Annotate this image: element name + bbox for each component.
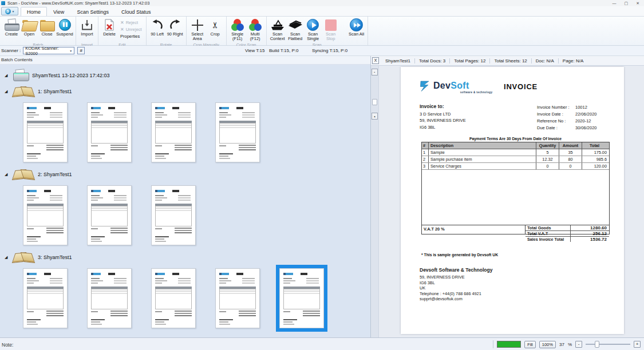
thumbnail-preview — [152, 269, 195, 328]
progress-bar — [497, 341, 521, 348]
reject-button[interactable]: ✕ Reject — [118, 19, 144, 26]
scanner-label: Scanner : — [1, 48, 21, 53]
ribbon-group-batch: Create Open Close Suspend Batch — [1, 17, 76, 45]
info-total-pages: Total Pages: 12 — [450, 58, 490, 63]
page-thumbnail[interactable] — [23, 268, 68, 328]
stop-icon — [325, 19, 337, 31]
thumbnail-preview — [88, 269, 131, 328]
slider-knob[interactable] — [595, 341, 599, 348]
scroll-down-button[interactable]: ▴ — [372, 113, 378, 120]
pause-icon — [59, 19, 71, 31]
syncing-status: Syncing T:15, P:0 — [312, 48, 347, 53]
rotate-right-button[interactable]: 90 Right — [167, 18, 184, 43]
page-thumbnail[interactable] — [87, 102, 132, 162]
color-scan-multi-button[interactable]: Multi (F12) — [247, 18, 264, 43]
crop-button[interactable]: ✂ Crop — [207, 18, 224, 43]
doc-group-node[interactable]: ◢ 2: ShyamTest1 — [5, 168, 370, 181]
close-preview-button[interactable]: X — [372, 57, 379, 64]
ribbon: Create Open Close Suspend Batch — [0, 17, 644, 46]
scan-flatbed-button[interactable]: Scan Flatbed — [287, 18, 304, 43]
page-thumbnail[interactable] — [23, 102, 68, 162]
color-scan-single-button[interactable]: Single (F11) — [229, 18, 246, 43]
preview-area[interactable]: DevSoft software & technology INVOICE In… — [379, 66, 644, 337]
import-button[interactable]: Import — [78, 18, 96, 43]
tab-scan-settings[interactable]: Scan Settings — [70, 7, 115, 16]
scan-context-button[interactable]: Scan Context — [269, 18, 286, 43]
scrollbar-thumb[interactable] — [372, 99, 377, 105]
preview-info-bar: X ShyamTest1 Total Docs: 3 Total Pages: … — [371, 56, 644, 66]
document-scanner-icon — [270, 19, 285, 31]
expander-icon[interactable]: ◢ — [5, 255, 9, 260]
batch-root-node[interactable]: ◢ ShyamTest1 13-12-2023 17:42:03 — [5, 69, 370, 82]
open-button[interactable]: Open — [21, 18, 38, 43]
delete-button[interactable]: Delete — [101, 18, 118, 43]
app-icon — [1, 1, 5, 5]
doc-group-node[interactable]: ◢ 3: ShyamTest1 — [5, 251, 370, 264]
expander-icon[interactable]: ◢ — [5, 172, 9, 177]
view-status: View T:15 — [245, 48, 264, 53]
import-icon — [80, 19, 94, 31]
thumbnail-preview — [152, 186, 195, 245]
zoom-slider[interactable] — [586, 340, 630, 348]
batch-contents-panel: Batch Contents ◢ ShyamTest1 13-12-2023 1… — [0, 56, 371, 337]
scroll-up-button[interactable]: ▪ — [372, 69, 378, 75]
unreject-button[interactable]: ✕ Unreject — [118, 26, 144, 33]
page-thumbnail[interactable] — [151, 185, 196, 245]
ribbon-group-import: Import Import — [76, 17, 98, 45]
doc-group-node[interactable]: ◢ 1: ShyamTest1 — [5, 85, 370, 98]
document-book-icon — [12, 168, 35, 181]
app-menu-button[interactable]: S ▼ — [1, 7, 18, 15]
suspend-button[interactable]: Suspend — [56, 18, 73, 43]
tab-cloud-status[interactable]: Cloud Status — [115, 7, 157, 16]
close-batch-button[interactable]: Close — [38, 18, 56, 43]
close-button[interactable]: ✕ — [636, 1, 639, 6]
note-label: Note: — [2, 342, 13, 348]
rotate-left-button[interactable]: 90 Left — [149, 18, 166, 43]
folder-open-icon — [22, 20, 36, 30]
page-thumbnail[interactable] — [215, 268, 260, 328]
page-thumbnail[interactable] — [279, 268, 324, 328]
tab-view[interactable]: View — [47, 7, 70, 16]
thumbnail-preview — [152, 103, 195, 162]
info-total-docs: Total Docs: 3 — [415, 58, 450, 63]
invoice-page[interactable]: DevSoft software & technology INVOICE In… — [401, 67, 624, 334]
tab-home[interactable]: Home — [21, 7, 47, 16]
totals-section: V.A.T 20 % Total Goods 1280.60 Total V.A… — [422, 225, 609, 234]
page-thumbnail[interactable] — [151, 102, 196, 162]
minimize-button[interactable]: — — [613, 1, 617, 6]
maximize-button[interactable]: ▢ — [625, 1, 629, 6]
page-thumbnail[interactable] — [87, 185, 132, 245]
scan-all-button[interactable]: Scan All — [348, 18, 365, 43]
create-button[interactable]: Create — [3, 18, 20, 43]
document-book-icon — [12, 250, 35, 264]
select-area-button[interactable]: Select Area — [189, 18, 206, 43]
fit-fill-button[interactable]: Fill — [524, 341, 536, 348]
preview-scrollbar[interactable]: ▪ ▴ — [371, 66, 379, 337]
info-doc: Doc: N/A — [532, 58, 559, 63]
zoom-out-button[interactable]: - — [575, 341, 582, 348]
page-thumbnail[interactable] — [87, 268, 132, 328]
unreject-icon: ✕ — [120, 27, 124, 32]
zoom-in-button[interactable]: + — [634, 341, 641, 348]
info-batch-name: ShyamTest1 — [381, 58, 415, 63]
scan-single-button[interactable]: Scan Single — [305, 18, 322, 43]
ribbon-group-edit: Delete ✕ Reject ✕ Unreject Properties — [98, 17, 147, 45]
chevron-down-icon: ▼ — [12, 10, 15, 13]
zoom-100-button[interactable]: 100% — [539, 341, 556, 348]
batch-tree: ◢ ShyamTest1 13-12-2023 17:42:03 ◢ 1: Sh… — [0, 65, 370, 337]
expander-icon[interactable]: ◢ — [5, 89, 9, 94]
slider-track — [586, 344, 630, 345]
scanner-select[interactable]: KODAK Scanner: S2000 ▼ — [23, 47, 74, 54]
page-thumbnail[interactable] — [151, 268, 196, 328]
company-address: 59, INVERNESS DRIVE IG6 3BL UK Telephone… — [420, 275, 481, 302]
scissors-icon: ✂ — [211, 21, 219, 29]
divider — [493, 340, 493, 348]
page-thumbnail[interactable] — [215, 102, 260, 162]
properties-button[interactable]: Properties — [118, 33, 144, 39]
batch-contents-header: Batch Contents — [0, 56, 370, 65]
scan-stop-button[interactable]: Scan Stop — [322, 18, 339, 43]
thumbnail-preview — [216, 103, 259, 162]
expander-icon[interactable]: ◢ — [5, 73, 9, 78]
page-thumbnail[interactable] — [23, 185, 68, 245]
scanner-options-button[interactable]: # — [77, 47, 85, 54]
